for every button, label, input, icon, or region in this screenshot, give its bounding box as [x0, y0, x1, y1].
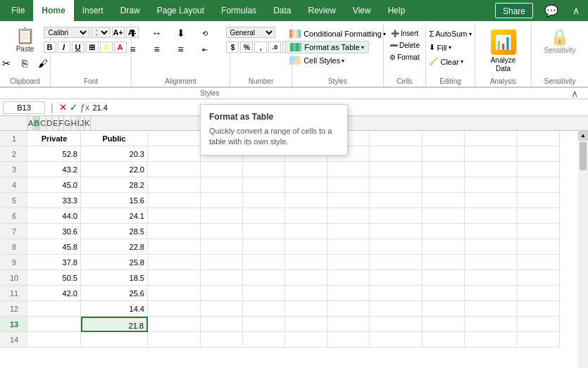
- cell-styles-button[interactable]: Cell Styles ▾: [285, 55, 349, 66]
- align-top-button[interactable]: ⬆: [122, 27, 144, 39]
- confirm-formula-icon[interactable]: ✓: [70, 102, 77, 113]
- cell-B13[interactable]: 21.8: [81, 317, 148, 332]
- cell-G6[interactable]: [327, 208, 370, 224]
- cell-E4[interactable]: [243, 177, 285, 193]
- paste-button[interactable]: 📋 Paste: [11, 27, 38, 54]
- cell-C14[interactable]: [148, 332, 201, 348]
- cell-B2[interactable]: 20.3: [81, 146, 148, 162]
- cell-C11[interactable]: [148, 286, 201, 301]
- cell-F4[interactable]: [285, 177, 327, 193]
- cell-I8[interactable]: [423, 239, 465, 255]
- bold-button[interactable]: B: [44, 42, 56, 53]
- cell-I10[interactable]: [423, 270, 465, 286]
- sensitivity-button[interactable]: 🔒 Sensitivity: [541, 27, 578, 56]
- tab-view[interactable]: View: [344, 0, 380, 21]
- cell-D12[interactable]: [201, 301, 243, 317]
- cell-I7[interactable]: [423, 224, 465, 239]
- cell-D6[interactable]: [201, 208, 243, 224]
- cell-F6[interactable]: [285, 208, 327, 224]
- cell-A13[interactable]: [28, 317, 81, 332]
- cell-I14[interactable]: [423, 332, 465, 348]
- cell-H12[interactable]: [370, 301, 423, 317]
- align-bottom-button[interactable]: ⬇: [170, 27, 192, 39]
- italic-button[interactable]: I: [58, 42, 70, 53]
- cell-B6[interactable]: 24.1: [81, 208, 148, 224]
- cell-E14[interactable]: [243, 332, 285, 348]
- cell-H1[interactable]: [370, 131, 423, 146]
- cell-B5[interactable]: 15.6: [81, 193, 148, 208]
- cell-E12[interactable]: [243, 301, 285, 317]
- cell-J1[interactable]: [465, 131, 518, 146]
- cell-F12[interactable]: [285, 301, 327, 317]
- cell-A2[interactable]: 52.8: [28, 146, 81, 162]
- cell-G13[interactable]: [327, 317, 370, 332]
- cell-D11[interactable]: [201, 286, 243, 301]
- cell-G14[interactable]: [327, 332, 370, 348]
- cell-G12[interactable]: [327, 301, 370, 317]
- cell-B11[interactable]: 25.6: [81, 286, 148, 301]
- wrap-text-button[interactable]: ⟲: [194, 27, 216, 39]
- cell-K14[interactable]: [518, 332, 560, 348]
- cell-E6[interactable]: [243, 208, 285, 224]
- col-header-d[interactable]: D: [46, 116, 53, 130]
- cell-I12[interactable]: [423, 301, 465, 317]
- row-num-11[interactable]: 11: [0, 286, 28, 301]
- cell-H4[interactable]: [370, 177, 423, 193]
- cell-A3[interactable]: 43.2: [28, 162, 81, 177]
- cell-I4[interactable]: [423, 177, 465, 193]
- cell-J3[interactable]: [465, 162, 518, 177]
- cell-D13[interactable]: [201, 317, 243, 332]
- cell-H13[interactable]: [370, 317, 423, 332]
- font-size-select[interactable]: 11: [91, 27, 111, 38]
- cell-A12[interactable]: [28, 301, 81, 317]
- cell-D5[interactable]: [201, 193, 243, 208]
- cell-K3[interactable]: [518, 162, 560, 177]
- row-num-6[interactable]: 6: [0, 208, 28, 224]
- cell-H10[interactable]: [370, 270, 423, 286]
- cell-B9[interactable]: 25.8: [81, 255, 148, 270]
- tab-help[interactable]: Help: [380, 0, 414, 21]
- cell-G10[interactable]: [327, 270, 370, 286]
- cell-K1[interactable]: [518, 131, 560, 146]
- collapse-ribbon-button[interactable]: ∧: [570, 5, 582, 16]
- cell-J14[interactable]: [465, 332, 518, 348]
- cell-I13[interactable]: [423, 317, 465, 332]
- cell-H8[interactable]: [370, 239, 423, 255]
- cell-H6[interactable]: [370, 208, 423, 224]
- scroll-thumb[interactable]: [580, 142, 587, 170]
- decrease-indent-button[interactable]: ⇤: [194, 43, 216, 56]
- tab-file[interactable]: File: [3, 0, 33, 21]
- row-num-2[interactable]: 2: [0, 146, 28, 162]
- cell-A10[interactable]: 50.5: [28, 270, 81, 286]
- col-header-c[interactable]: C: [40, 116, 46, 130]
- cell-J13[interactable]: [465, 317, 518, 332]
- cell-I11[interactable]: [423, 286, 465, 301]
- tab-data[interactable]: Data: [265, 0, 299, 21]
- col-header-k[interactable]: K: [85, 116, 90, 130]
- border-button[interactable]: ⊞: [86, 42, 99, 53]
- cell-G7[interactable]: [327, 224, 370, 239]
- cell-F7[interactable]: [285, 224, 327, 239]
- cell-B7[interactable]: 28.5: [81, 224, 148, 239]
- cell-D9[interactable]: [201, 255, 243, 270]
- tab-draw[interactable]: Draw: [112, 0, 149, 21]
- cell-G5[interactable]: [327, 193, 370, 208]
- font-family-select[interactable]: Calibri: [44, 27, 89, 38]
- number-format-select[interactable]: General: [226, 27, 275, 38]
- decrease-decimal-button[interactable]: .0: [268, 42, 281, 53]
- cell-G8[interactable]: [327, 239, 370, 255]
- row-num-10[interactable]: 10: [0, 270, 28, 286]
- cell-E3[interactable]: [243, 162, 285, 177]
- cell-D14[interactable]: [201, 332, 243, 348]
- col-header-g[interactable]: G: [64, 116, 71, 130]
- cell-D8[interactable]: [201, 239, 243, 255]
- cell-E10[interactable]: [243, 270, 285, 286]
- col-header-h[interactable]: H: [71, 116, 77, 130]
- cell-B12[interactable]: 14.4: [81, 301, 148, 317]
- corner-cell[interactable]: [0, 116, 28, 130]
- cell-D4[interactable]: [201, 177, 243, 193]
- cell-A5[interactable]: 33.3: [28, 193, 81, 208]
- vertical-scrollbar[interactable]: ▲ ▼: [578, 131, 588, 368]
- fill-color-button[interactable]: A: [100, 42, 113, 53]
- cell-J9[interactable]: [465, 255, 518, 270]
